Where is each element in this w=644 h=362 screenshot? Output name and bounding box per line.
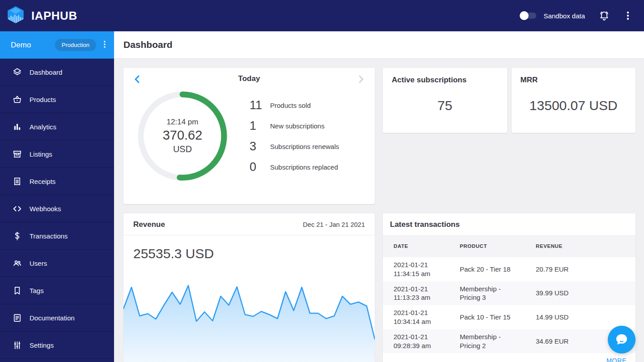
sidebar-item-receipts[interactable]: Receipts (0, 168, 114, 195)
sidebar-item-documentation[interactable]: Documentation (0, 304, 114, 332)
toggle-knob[interactable] (520, 11, 529, 20)
today-revenue-amount: 370.62 (163, 128, 203, 143)
active-subscriptions-value: 75 (392, 98, 498, 113)
receipt-icon (12, 176, 22, 187)
document-icon (12, 312, 22, 323)
tx-product: Pack 20 - Tier 18 (460, 265, 518, 274)
code-icon (12, 203, 22, 214)
column-header-product: PRODUCT (460, 235, 536, 257)
sidebar-item-dashboard[interactable]: Dashboard (0, 59, 114, 86)
tx-time: 11:34:15 am (394, 269, 455, 278)
sidebar: Demo Production Dashboard Products Analy… (0, 31, 114, 362)
people-icon (12, 258, 22, 268)
app-name: Demo (11, 41, 31, 50)
stat-subscriptions-renewals: 3 Subscriptions renewals (250, 140, 339, 153)
sidebar-item-analytics[interactable]: Analytics (0, 113, 114, 141)
column-header-date: DATE (383, 235, 460, 257)
more-transactions-link[interactable]: MORE (606, 357, 627, 362)
column-header-revenue: REVENUE (536, 235, 636, 257)
mrr-card: MRR 13500.07 USD (512, 68, 636, 133)
bookmark-icon (12, 285, 22, 296)
sidebar-item-listings[interactable]: Listings (0, 141, 114, 168)
brand-name: IAPHUB (31, 9, 77, 23)
tx-product: Membership - Pricing 2 (460, 332, 518, 350)
next-day-button[interactable] (356, 73, 367, 86)
toggle-track[interactable] (521, 13, 536, 19)
transactions-table: DATE PRODUCT REVENUE 2021-01-2111:34:15 … (383, 235, 636, 353)
table-row: 2021-01-2109:28:39 am Membership - Prici… (383, 329, 636, 353)
sidebar-item-products[interactable]: Products (0, 86, 114, 113)
storefront-icon (12, 149, 22, 159)
sliders-icon (12, 340, 22, 350)
chat-widget-button[interactable] (608, 326, 636, 353)
layers-icon (12, 67, 22, 77)
sidebar-item-tags[interactable]: Tags (0, 277, 114, 304)
sandbox-data-label: Sandbox data (543, 12, 585, 20)
current-time: 12:14 pm (167, 118, 199, 127)
sidebar-item-settings[interactable]: Settings (0, 332, 114, 359)
previous-day-button[interactable] (131, 73, 142, 86)
revenue-total: 25535.3 USD (123, 235, 375, 261)
tx-date: 2021-01-21 (394, 308, 455, 317)
tx-time: 11:13:23 am (394, 293, 455, 302)
notifications-bell-icon[interactable] (598, 10, 610, 21)
stat-products-sold: 11 Products sold (250, 98, 339, 112)
revenue-date-range: Dec 21 - Jan 21 2021 (303, 221, 365, 228)
kebab-menu-icon[interactable] (623, 10, 632, 21)
mrr-title: MRR (521, 76, 627, 85)
top-bar: IAPHUB Sandbox data (0, 0, 644, 31)
today-card-title: Today (238, 74, 260, 83)
bar-chart-icon (12, 121, 22, 132)
table-row: 2021-01-2111:13:23 am Membership - Prici… (383, 281, 636, 306)
page-title: Dashboard (123, 39, 173, 50)
tx-revenue: 20.79 EUR (536, 257, 636, 281)
table-row: 2021-01-2110:34:14 am Pack 10 - Tier 15 … (383, 305, 636, 329)
tx-date: 2021-01-21 (394, 285, 455, 294)
stat-subscriptions-replaced: 0 Subscriptions replaced (250, 160, 339, 174)
latest-transactions-card: Latest transactions DATE PRODUCT REVENUE (383, 213, 636, 362)
revenue-title: Revenue (133, 220, 165, 229)
latest-transactions-title: Latest transactions (390, 220, 460, 229)
tx-time: 09:28:39 am (394, 341, 455, 350)
sidebar-item-webhooks[interactable]: Webhooks (0, 195, 114, 222)
today-revenue-currency: USD (173, 144, 192, 154)
dollar-icon (12, 230, 22, 241)
tx-product: Pack 10 - Tier 15 (460, 313, 518, 322)
main-content: Dashboard Today (114, 31, 644, 362)
sidebar-item-users[interactable]: Users (0, 250, 114, 277)
sidebar-item-transactions[interactable]: Transactions (0, 222, 114, 250)
revenue-card: Revenue Dec 21 - Jan 21 2021 25535.3 USD (123, 213, 375, 362)
table-header-row: DATE PRODUCT REVENUE (383, 235, 636, 257)
sandbox-data-toggle[interactable]: Sandbox data (521, 12, 585, 20)
tx-product: Membership - Pricing 3 (460, 285, 518, 302)
basket-icon (12, 94, 22, 105)
iaphub-logo-icon (6, 5, 25, 26)
page-title-bar: Dashboard (114, 31, 644, 59)
tx-date: 2021-01-21 (394, 332, 455, 341)
tx-revenue: 39.99 USD (536, 281, 636, 306)
environment-badge[interactable]: Production (55, 39, 96, 51)
tx-time: 10:34:14 am (394, 317, 455, 326)
revenue-area-chart (123, 282, 375, 362)
stat-new-subscriptions: 1 New subscriptions (250, 119, 339, 133)
active-subscriptions-title: Active subscriptions (392, 76, 498, 85)
active-subscriptions-card: Active subscriptions 75 (383, 68, 507, 133)
mrr-value: 13500.07 USD (521, 98, 627, 113)
app-selector[interactable]: Demo Production (0, 31, 114, 59)
table-row: 2021-01-2111:34:15 am Pack 20 - Tier 18 … (383, 257, 636, 281)
tx-date: 2021-01-21 (394, 260, 455, 269)
day-progress-donut: 12:14 pm 370.62 USD (137, 90, 228, 182)
app-kebab-menu-icon[interactable] (102, 40, 108, 51)
today-card: Today 12:14 pm (123, 68, 375, 204)
brand: IAPHUB (6, 5, 77, 26)
